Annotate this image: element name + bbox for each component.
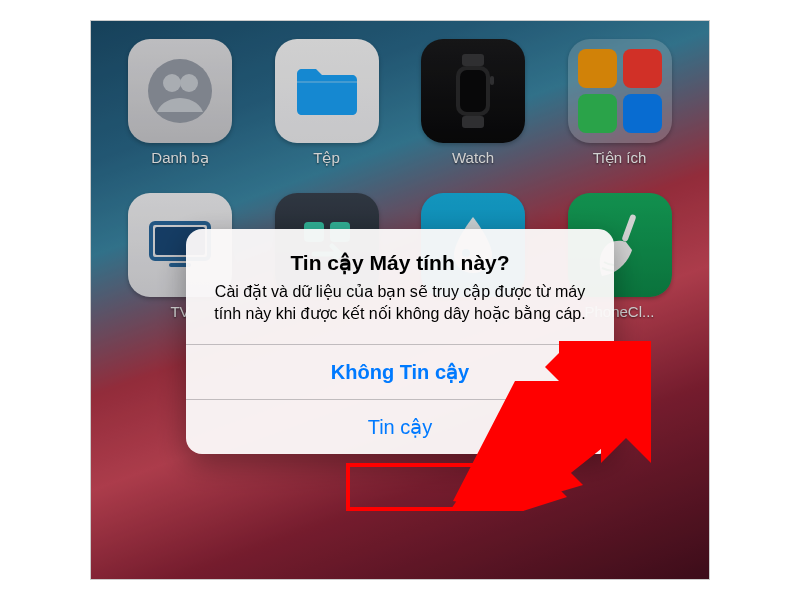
tutorial-frame: Danh bạ Tệp [0,0,800,600]
alert-message: Cài đặt và dữ liệu của bạn sẽ truy cập đ… [206,281,594,324]
trust-button[interactable]: Tin cậy [186,400,614,454]
trust-computer-alert: Tin cậy Máy tính này? Cài đặt và dữ liệu… [186,229,614,454]
iphone-screen: Danh bạ Tệp [90,20,710,580]
alert-body: Tin cậy Máy tính này? Cài đặt và dữ liệu… [186,229,614,344]
dont-trust-button[interactable]: Không Tin cậy [186,345,614,399]
alert-title: Tin cậy Máy tính này? [206,251,594,275]
